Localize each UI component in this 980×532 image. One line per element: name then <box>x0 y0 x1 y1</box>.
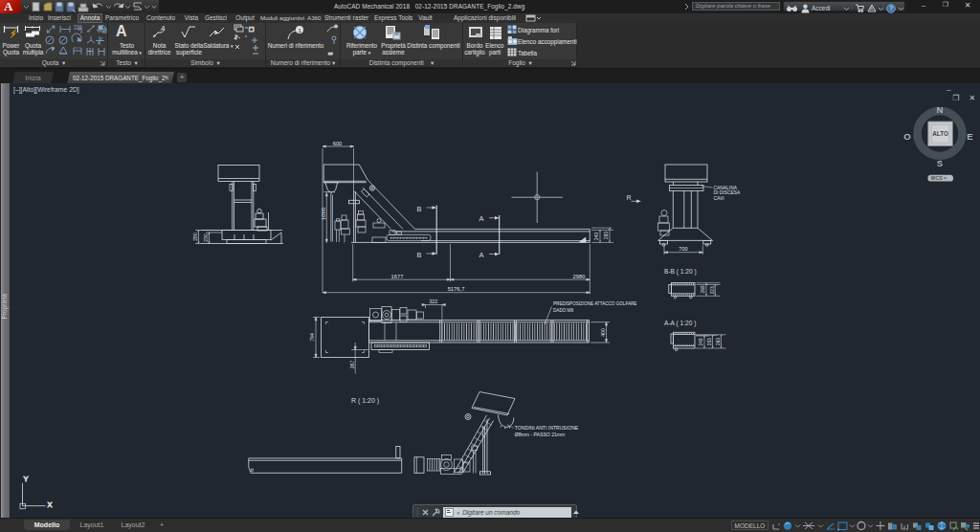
svg-text:❐: ❐ <box>249 27 255 33</box>
svg-text:A: A <box>160 26 166 32</box>
svg-text:?: ? <box>889 5 893 11</box>
svg-text:„„: „„ <box>328 48 333 55</box>
